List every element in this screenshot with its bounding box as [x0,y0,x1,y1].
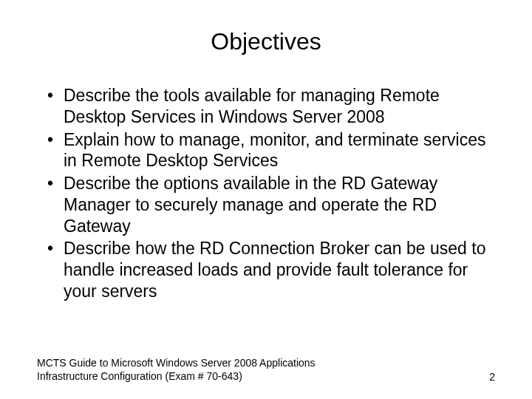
page-number: 2 [489,371,495,383]
list-item: Describe how the RD Connection Broker ca… [43,238,495,301]
objectives-list: Describe the tools available for managin… [43,85,495,302]
slide-footer: MCTS Guide to Microsoft Windows Server 2… [37,356,495,383]
list-item: Describe the tools available for managin… [43,85,495,128]
footer-text: MCTS Guide to Microsoft Windows Server 2… [37,356,347,383]
slide-content: Describe the tools available for managin… [37,85,495,302]
slide-title: Objectives [37,28,495,55]
list-item: Describe the options available in the RD… [43,173,495,236]
list-item: Explain how to manage, monitor, and term… [43,129,495,172]
slide-container: Objectives Describe the tools available … [0,0,532,399]
